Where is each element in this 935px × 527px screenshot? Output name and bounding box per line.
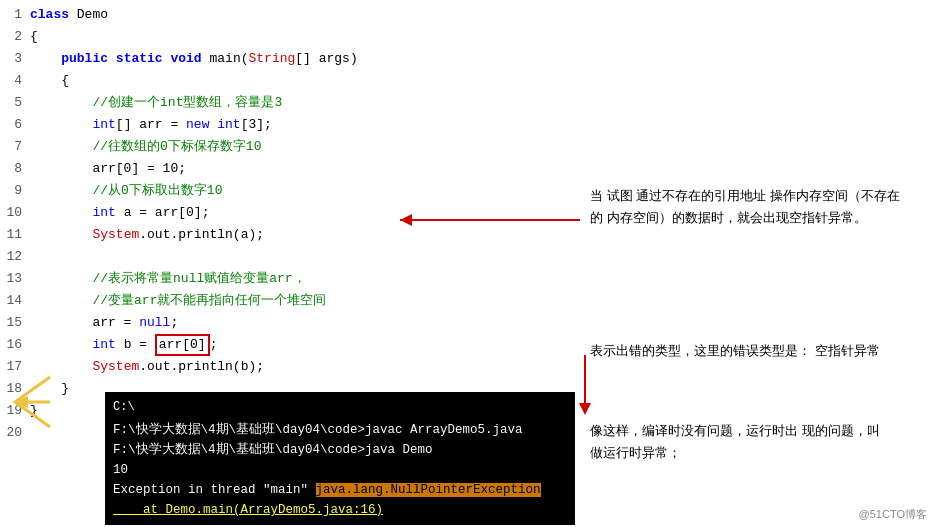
line-num-16: 16 [0,334,30,356]
code-content-2: { [30,26,570,48]
terminal-line-2: F:\快学大数据\4期\基础班\day04\code>java Demo [113,440,567,460]
code-content-17: System.out.println(b); [30,356,570,378]
terminal-line-4: Exception in thread "main" java.lang.Nul… [113,480,567,500]
code-line-17: 17 System.out.println(b); [0,356,570,378]
line-num-10: 10 [0,202,30,224]
code-line-3: 3 public static void main(String[] args) [0,48,570,70]
watermark: @51CTO博客 [859,507,927,522]
code-line-2: 2 { [0,26,570,48]
line-num-11: 11 [0,224,30,246]
code-line-14: 14 //变量arr就不能再指向任何一个堆空间 [0,290,570,312]
terminal-block: C:\ F:\快学大数据\4期\基础班\day04\code>javac Arr… [105,392,575,525]
line-num-7: 7 [0,136,30,158]
code-line-15: 15 arr = null; [0,312,570,334]
annotation-bottom2: 像这样，编译时没有问题，运行时出 现的问题，叫做运行时异常； [590,420,890,464]
code-line-5: 5 //创建一个int型数组，容量是3 [0,92,570,114]
code-line-12: 12 [0,246,570,268]
terminal-title: C:\ [113,397,567,420]
red-arrow-top-icon [390,205,590,235]
line-num-13: 13 [0,268,30,290]
code-line-1: 1 class Demo [0,4,570,26]
code-line-9: 9 //从0下标取出数字10 [0,180,570,202]
svg-marker-4 [579,403,591,415]
code-line-16: 16 int b = arr[0]; [0,334,570,356]
code-content-3: public static void main(String[] args) [30,48,570,70]
code-content-4: { [30,70,570,92]
code-content-5: //创建一个int型数组，容量是3 [30,92,570,114]
code-line-8: 8 arr[0] = 10; [0,158,570,180]
line-num-3: 3 [0,48,30,70]
code-content-12 [30,246,570,268]
line-num-4: 4 [0,70,30,92]
code-content-9: //从0下标取出数字10 [30,180,570,202]
line-num-9: 9 [0,180,30,202]
annotation-bottom-text: 表示出错的类型，这里的错误类型是： 空指针异常 [590,343,880,358]
code-content-6: int[] arr = new int[3]; [30,114,570,136]
line-num-14: 14 [0,290,30,312]
svg-marker-2 [400,214,412,226]
code-content-13: //表示将常量null赋值给变量arr， [30,268,570,290]
terminal-line-5: at Demo.main(ArrayDemo5.java:16) [113,500,567,520]
annotation-bottom2-text: 像这样，编译时没有问题，运行时出 现的问题，叫做运行时异常； [590,423,880,460]
line-num-5: 5 [0,92,30,114]
code-line-6: 6 int[] arr = new int[3]; [0,114,570,136]
line-num-6: 6 [0,114,30,136]
line-num-15: 15 [0,312,30,334]
terminal-exception-prefix: Exception in thread "main" [113,483,316,497]
code-content-14: //变量arr就不能再指向任何一个堆空间 [30,290,570,312]
terminal-title-text: C:\ [113,397,135,417]
terminal-line-1: F:\快学大数据\4期\基础班\day04\code>javac ArrayDe… [113,420,567,440]
code-line-13: 13 //表示将常量null赋值给变量arr， [0,268,570,290]
code-line-7: 7 //往数组的0下标保存数字10 [0,136,570,158]
yellow-arrow-icon [10,372,60,432]
code-line-4: 4 { [0,70,570,92]
annotation-top-text: 当 试图 通过不存在的引用地址 操作内存空间（不存在的 内存空间）的数据时，就会… [590,188,900,225]
main-container: 1 class Demo 2 { 3 public static void ma… [0,0,935,527]
line-num-2: 2 [0,26,30,48]
code-content-15: arr = null; [30,312,570,334]
code-content-16: int b = arr[0]; [30,334,570,356]
line-num-8: 8 [0,158,30,180]
terminal-at-demo: at Demo.main(ArrayDemo5.java:16) [113,503,383,517]
code-content-1: class Demo [30,4,570,26]
terminal-line-3: 10 [113,460,567,480]
terminal-exception-type: java.lang.NullPointerException [316,483,541,497]
highlighted-arr0: arr[0] [155,334,210,356]
annotation-bottom: 表示出错的类型，这里的错误类型是： 空指针异常 [590,340,890,362]
code-content-7: //往数组的0下标保存数字10 [30,136,570,158]
line-num-12: 12 [0,246,30,268]
line-num-1: 1 [0,4,30,26]
annotation-top: 当 试图 通过不存在的引用地址 操作内存空间（不存在的 内存空间）的数据时，就会… [590,185,910,229]
code-content-8: arr[0] = 10; [30,158,570,180]
